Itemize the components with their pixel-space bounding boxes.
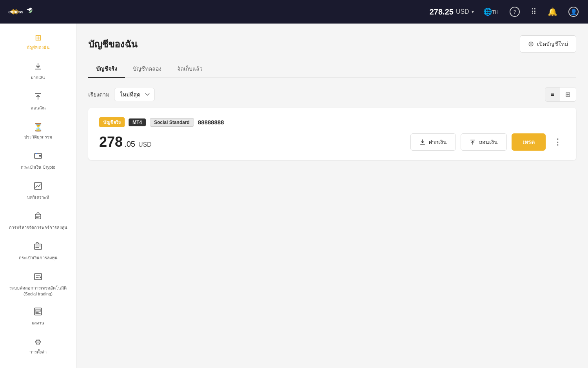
sidebar-item-crypto-wallet[interactable]: กระเป๋าเงิน Crypto: [3, 147, 73, 175]
sidebar-item-portfolio[interactable]: การบริหารจัดการพอร์การลงทุน: [3, 207, 73, 236]
sidebar-item-investment-wallet[interactable]: กระเป๋าเงินการลงทุน: [3, 237, 73, 266]
balance-currency: USD: [138, 141, 152, 148]
deposit-btn-label: ฝากเงิน: [429, 138, 447, 146]
withdraw-btn-label: ถอนเงิน: [479, 138, 498, 146]
deposit-button[interactable]: ฝากเงิน: [410, 133, 456, 151]
svg-rect-6: [36, 153, 37, 154]
account-card: บัญชีจริง MT4 Social Standard 88888888 2…: [88, 108, 576, 160]
withdraw-arrow-icon: [470, 139, 476, 145]
sidebar-item-label: ฝากเงิน: [31, 74, 45, 81]
badge-real: บัญชีจริง: [99, 117, 125, 127]
svg-point-1: [31, 9, 32, 10]
investment-wallet-icon: [34, 242, 42, 253]
tab-real[interactable]: บัญชีจริง: [88, 60, 125, 78]
tab-real-label: บัญชีจริง: [96, 66, 117, 72]
header-balance-currency: USD: [456, 8, 469, 15]
sidebar-item-analytics[interactable]: บทวิเคราะห์: [3, 177, 73, 206]
sidebar-item-label: บัญชีของฉัน: [27, 44, 50, 51]
profile-button[interactable]: 👤: [567, 5, 580, 18]
crypto-icon: [34, 151, 42, 162]
tab-demo[interactable]: บัญชีทดลอง: [125, 60, 169, 78]
card-actions: ฝากเงิน ถอนเงิน เทรด ⋮: [410, 133, 565, 151]
open-account-button[interactable]: ⊕ เปิดบัญชีใหม่: [520, 35, 576, 53]
grid-icon: ⠿: [531, 7, 537, 16]
sidebar-item-settings[interactable]: ⚙ การตั้งค่า: [3, 333, 73, 360]
svg-rect-2: [35, 69, 41, 69]
sidebar-item-my-accounts[interactable]: ⊞ บัญชีของฉัน: [3, 28, 73, 56]
svg-text:exness: exness: [8, 9, 23, 14]
tab-demo-label: บัญชีทดลอง: [133, 66, 162, 72]
help-button[interactable]: ?: [508, 5, 521, 18]
sidebar-item-label: ผลงาน: [32, 319, 44, 326]
sidebar-item-deposit[interactable]: ฝากเงิน: [3, 57, 73, 86]
sidebar-item-label: การตั้งค่า: [29, 348, 47, 355]
badge-mt4: MT4: [129, 118, 146, 126]
svg-rect-15: [470, 140, 475, 140]
grid-icon: ⊞: [565, 91, 570, 98]
portfolio-icon: [34, 212, 42, 222]
tab-archived-label: จัดเก็บแล้ว: [177, 66, 203, 72]
grid-view-button[interactable]: ⊞: [560, 87, 576, 101]
accounts-icon: ⊞: [35, 33, 42, 42]
sidebar-item-reports[interactable]: ผลงาน: [3, 302, 73, 331]
sort-select[interactable]: ใหม่ที่สุด เก่าที่สุด: [114, 88, 155, 101]
account-number: 88888888: [198, 119, 224, 126]
settings-icon: ⚙: [34, 337, 42, 347]
social-trading-icon: [34, 272, 42, 283]
svg-rect-14: [420, 144, 425, 145]
sidebar-item-history[interactable]: ⏳ ประวัติธุรกรรม: [3, 118, 73, 145]
reports-icon: [34, 307, 42, 318]
sidebar-item-label: ถอนเงิน: [31, 104, 46, 111]
plus-icon: ⊕: [528, 40, 534, 48]
account-balance: 278 .05 USD: [99, 134, 152, 150]
lang-label: TH: [492, 9, 499, 15]
header: exness 278.25 USD ▾ 🌐 TH ? ⠿ 🔔 👤: [0, 0, 588, 24]
deposit-arrow-icon: [419, 139, 426, 145]
balance-decimal: .05: [124, 140, 135, 149]
trade-button[interactable]: เทรด: [512, 133, 546, 151]
tabs: บัญชีจริง บัญชีทดลอง จัดเก็บแล้ว: [88, 60, 576, 78]
svg-rect-8: [35, 214, 41, 219]
sidebar-item-label: ระบบคัดลอกการเทรดอัตโนมิติ (Social tradi…: [6, 284, 70, 296]
sidebar-item-label: กระเป๋าเงิน Crypto: [21, 164, 55, 171]
language-selector[interactable]: 🌐 TH: [482, 6, 500, 18]
main-content: บัญชีของฉัน ⊕ เปิดบัญชีใหม่ บัญชีจริง บั…: [76, 24, 588, 368]
list-view-button[interactable]: ≡: [545, 87, 560, 101]
balance-chevron-icon: ▾: [472, 9, 474, 15]
header-balance[interactable]: 278.25 USD ▾: [430, 7, 474, 16]
svg-rect-3: [35, 93, 41, 94]
card-badges: บัญชีจริง MT4 Social Standard 88888888: [99, 117, 565, 127]
header-right: 278.25 USD ▾ 🌐 TH ? ⠿ 🔔 👤: [430, 5, 580, 18]
question-icon: ?: [510, 7, 520, 17]
sidebar-item-label: การบริหารจัดการพอร์การลงทุน: [9, 224, 67, 231]
sidebar-item-label: ประวัติธุรกรรม: [24, 133, 52, 140]
more-options-button[interactable]: ⋮: [550, 135, 565, 149]
balance-whole: 278: [99, 134, 123, 150]
sidebar: ⊞ บัญชีของฉัน ฝากเงิน ถอนเงิน ⏳ ประวัติธ…: [0, 24, 76, 368]
svg-point-11: [40, 277, 41, 278]
sidebar-item-withdraw[interactable]: ถอนเงิน: [3, 87, 73, 116]
sidebar-item-social-trading[interactable]: ระบบคัดลอกการเทรดอัตโนมิติ (Social tradi…: [3, 268, 73, 301]
badge-social-standard: Social Standard: [150, 118, 194, 127]
filter-row: เรียงตาม ใหม่ที่สุด เก่าที่สุด ≡ ⊞: [88, 87, 576, 102]
deposit-icon: [34, 62, 42, 73]
history-icon: ⏳: [33, 122, 43, 132]
sidebar-item-label: กระเป๋าเงินการลงทุน: [19, 254, 58, 261]
card-bottom: 278 .05 USD ฝากเงิน: [99, 133, 565, 151]
list-icon: ≡: [551, 91, 554, 98]
header-balance-amount: 278.25: [430, 7, 454, 16]
svg-rect-13: [36, 309, 40, 312]
apps-button[interactable]: ⠿: [529, 5, 538, 18]
tab-archived[interactable]: จัดเก็บแล้ว: [169, 60, 211, 78]
page-title: บัญชีของฉัน: [88, 36, 137, 52]
sort-label: เรียงตาม: [88, 90, 109, 99]
ellipsis-icon: ⋮: [554, 137, 562, 147]
analytics-icon: [34, 182, 42, 192]
page-header: บัญชีของฉัน ⊕ เปิดบัญชีใหม่: [88, 35, 576, 53]
logo[interactable]: exness: [8, 6, 36, 18]
withdraw-button[interactable]: ถอนเงิน: [461, 133, 507, 151]
user-icon: 👤: [568, 7, 579, 17]
notifications-button[interactable]: 🔔: [546, 5, 559, 18]
bell-icon: 🔔: [548, 7, 557, 16]
svg-rect-9: [34, 244, 42, 250]
